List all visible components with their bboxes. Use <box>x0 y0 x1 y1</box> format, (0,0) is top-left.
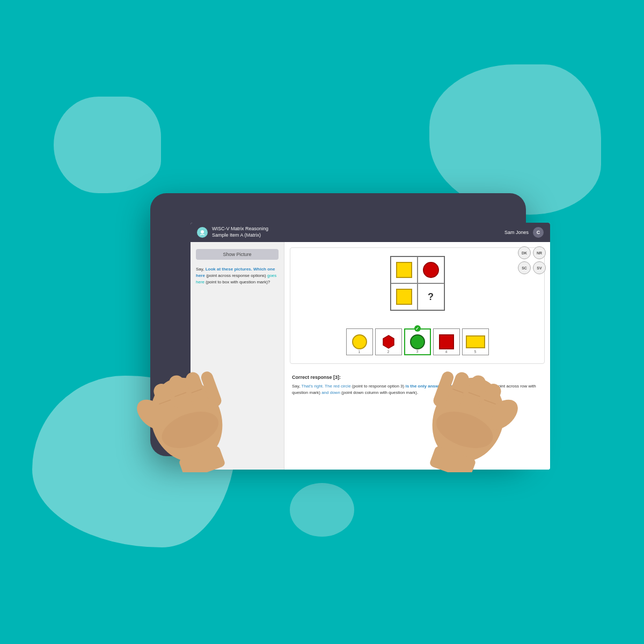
cr-blue: That's right. The red circle <box>302 384 351 389</box>
response-nr-button[interactable]: NR <box>533 246 546 259</box>
cr-and: and down <box>321 390 340 395</box>
hand-left <box>129 301 247 472</box>
response-row-1: DK NR <box>518 246 546 259</box>
app-header-right: Sam Jones C <box>504 227 544 238</box>
instruction-text: Say, Look at these pictures. Which one h… <box>196 266 279 286</box>
option-2-cell[interactable]: 2 <box>375 328 402 355</box>
response-row-2: SC SV <box>518 261 546 274</box>
response-buttons: DK NR SC SV <box>518 246 546 274</box>
option-1-cell[interactable]: 1 <box>346 328 373 355</box>
instruction-end: (point to box with question mark)? <box>204 280 270 284</box>
matrix-cell-1-2 <box>418 257 444 283</box>
response-sv-button[interactable]: SV <box>533 261 546 274</box>
background-blob-center <box>290 483 354 537</box>
cr-say: Say, <box>292 384 302 389</box>
option-1-shape <box>352 334 367 349</box>
instruction-say: Say, <box>196 267 206 272</box>
app-title: WISC-V Matrix Reasoning Sample Item A (M… <box>212 226 268 238</box>
app-icon <box>197 227 208 238</box>
svg-marker-1 <box>383 335 394 348</box>
app-header-left: WISC-V Matrix Reasoning Sample Item A (M… <box>197 226 268 238</box>
option-2-number: 2 <box>387 350 390 354</box>
response-sc-button[interactable]: SC <box>518 261 531 274</box>
red-circle-shape <box>423 262 439 278</box>
red-hexagon-svg <box>381 334 396 349</box>
instruction-mid: (point across response options) <box>205 273 267 278</box>
cr-end2: (point down column with question mark). <box>340 390 418 395</box>
hand-right <box>408 301 526 472</box>
app-header: WISC-V Matrix Reasoning Sample Item A (M… <box>191 223 550 242</box>
left-hand-svg <box>129 301 247 472</box>
right-hand-svg <box>408 301 526 472</box>
user-avatar: C <box>533 227 544 238</box>
cr-mid: (point to response option 3) <box>351 384 406 389</box>
svg-point-0 <box>201 230 204 233</box>
response-dk-button[interactable]: DK <box>518 246 531 259</box>
show-picture-button[interactable]: Show Picture <box>196 249 279 260</box>
yellow-square-shape <box>396 262 412 278</box>
option-1-number: 1 <box>358 350 361 354</box>
tablet-wrapper: WISC-V Matrix Reasoning Sample Item A (M… <box>118 172 526 472</box>
matrix-cell-1-1 <box>391 257 418 283</box>
user-name: Sam Jones <box>504 230 529 235</box>
